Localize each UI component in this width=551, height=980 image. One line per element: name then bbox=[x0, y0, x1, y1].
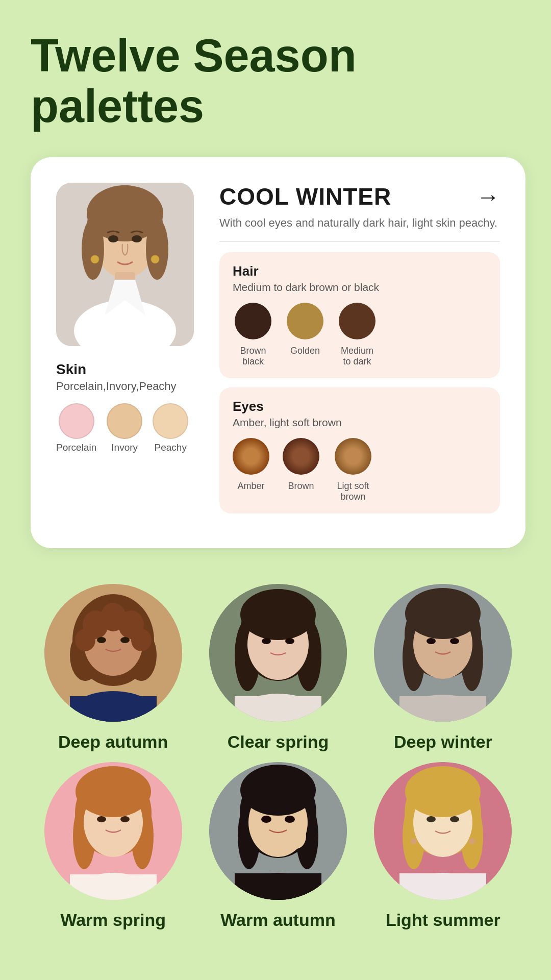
svg-point-72 bbox=[405, 766, 481, 817]
mediumdark-circle bbox=[339, 303, 375, 339]
golden-label: Golden bbox=[290, 346, 320, 356]
hair-subtitle: Medium to dark brown or black bbox=[233, 281, 487, 293]
divider bbox=[219, 241, 500, 242]
svg-point-52 bbox=[97, 816, 106, 822]
invory-swatch bbox=[107, 403, 142, 439]
svg-point-20 bbox=[75, 629, 95, 651]
peachy-label: Peachy bbox=[155, 442, 187, 453]
svg-point-8 bbox=[108, 235, 118, 242]
svg-point-43 bbox=[450, 638, 459, 644]
eyes-trait-box: Eyes Amber, light soft brown Amber Brown… bbox=[219, 387, 500, 513]
seasons-row-1: Deep autumn bbox=[31, 584, 525, 752]
hair-swatches: Brown black Golden Medium to dark bbox=[233, 303, 487, 367]
svg-point-33 bbox=[285, 638, 294, 644]
svg-point-21 bbox=[131, 629, 152, 651]
seasons-row-2: Warm spring bbox=[31, 762, 525, 930]
eyes-subtitle: Amber, light soft brown bbox=[233, 416, 487, 429]
peachy-swatch bbox=[153, 403, 188, 439]
lightsoftbrown-label: Ligt soft brown bbox=[333, 481, 373, 502]
amber-label: Amber bbox=[237, 481, 264, 492]
eye-swatch-amber: Amber bbox=[233, 438, 269, 492]
season-deep-autumn[interactable]: Deep autumn bbox=[37, 584, 190, 752]
golden-circle bbox=[287, 303, 323, 339]
brownblack-circle bbox=[235, 303, 271, 339]
svg-point-11 bbox=[151, 255, 159, 263]
svg-point-73 bbox=[427, 816, 436, 822]
svg-point-23 bbox=[120, 637, 130, 643]
eyes-swatches: Amber Brown Ligt soft brown bbox=[233, 438, 487, 502]
arrow-icon[interactable]: → bbox=[477, 183, 500, 210]
warm-autumn-avatar bbox=[209, 762, 347, 900]
season-header: COOL WINTER → bbox=[219, 183, 500, 210]
swatch-invory: Invory bbox=[107, 403, 142, 453]
season-desc: With cool eyes and naturally dark hair, … bbox=[219, 215, 500, 231]
svg-point-41 bbox=[405, 588, 481, 639]
svg-point-32 bbox=[262, 638, 271, 644]
hair-swatch-golden: Golden bbox=[287, 303, 323, 356]
svg-point-51 bbox=[76, 766, 151, 817]
svg-point-61 bbox=[240, 765, 316, 816]
swatch-peachy: Peachy bbox=[153, 403, 188, 453]
porcelain-swatch bbox=[59, 403, 94, 439]
season-warm-autumn[interactable]: Warm autumn bbox=[202, 762, 355, 930]
page-container: Twelve Season palettes bbox=[0, 0, 551, 971]
season-card: Skin Porcelain,Invory,Peachy Porcelain I… bbox=[31, 157, 525, 548]
hair-swatch-brownblack: Brown black bbox=[233, 303, 273, 367]
brownblack-label: Brown black bbox=[233, 346, 273, 367]
eyes-label: Eyes bbox=[233, 399, 487, 414]
svg-point-76 bbox=[469, 838, 475, 844]
svg-point-53 bbox=[120, 816, 130, 822]
deep-winter-label: Deep winter bbox=[394, 732, 492, 752]
svg-rect-35 bbox=[235, 696, 321, 722]
deep-autumn-label: Deep autumn bbox=[58, 732, 168, 752]
card-right: COOL WINTER → With cool eyes and natural… bbox=[219, 183, 500, 523]
season-name: COOL WINTER bbox=[219, 183, 391, 210]
svg-rect-25 bbox=[70, 696, 157, 722]
deep-autumn-avatar bbox=[44, 584, 182, 722]
svg-point-22 bbox=[97, 637, 106, 643]
warm-spring-avatar bbox=[44, 762, 182, 900]
svg-point-75 bbox=[411, 838, 417, 844]
svg-point-64 bbox=[286, 823, 306, 849]
clear-spring-avatar bbox=[209, 584, 347, 722]
warm-spring-label: Warm spring bbox=[60, 910, 166, 930]
card-left: Skin Porcelain,Invory,Peachy Porcelain I… bbox=[56, 183, 199, 523]
deep-winter-avatar bbox=[374, 584, 512, 722]
mediumdark-label: Medium to dark bbox=[337, 346, 378, 367]
brown-eye bbox=[283, 438, 319, 475]
light-summer-label: Light summer bbox=[386, 910, 500, 930]
eye-swatch-lightsoftbrown: Ligt soft brown bbox=[333, 438, 373, 502]
invory-label: Invory bbox=[111, 442, 138, 453]
season-warm-spring[interactable]: Warm spring bbox=[37, 762, 190, 930]
svg-point-4 bbox=[82, 218, 104, 280]
season-light-summer[interactable]: Light summer bbox=[366, 762, 519, 930]
amber-eye bbox=[233, 438, 269, 475]
brown-label: Brown bbox=[288, 481, 314, 492]
season-deep-winter[interactable]: Deep winter bbox=[366, 584, 519, 752]
svg-point-9 bbox=[132, 235, 142, 242]
page-title: Twelve Season palettes bbox=[31, 31, 525, 132]
hair-label: Hair bbox=[233, 263, 487, 279]
season-clear-spring[interactable]: Clear spring bbox=[202, 584, 355, 752]
light-summer-avatar bbox=[374, 762, 512, 900]
eye-swatch-brown: Brown bbox=[283, 438, 319, 492]
skin-types: Porcelain,Invory,Peachy bbox=[56, 380, 177, 393]
person-photo bbox=[56, 183, 194, 346]
skin-swatches: Porcelain Invory Peachy bbox=[56, 403, 188, 453]
warm-autumn-label: Warm autumn bbox=[220, 910, 335, 930]
clear-spring-label: Clear spring bbox=[228, 732, 329, 752]
svg-point-5 bbox=[146, 218, 168, 280]
svg-point-10 bbox=[91, 255, 99, 263]
swatch-porcelain: Porcelain bbox=[56, 403, 96, 453]
svg-point-62 bbox=[261, 816, 271, 823]
hair-trait-box: Hair Medium to dark brown or black Brown… bbox=[219, 252, 500, 378]
hair-swatch-mediumdark: Medium to dark bbox=[337, 303, 378, 367]
svg-point-42 bbox=[427, 638, 436, 644]
porcelain-label: Porcelain bbox=[56, 442, 96, 453]
svg-point-31 bbox=[240, 589, 316, 640]
svg-point-63 bbox=[285, 816, 295, 823]
skin-label: Skin bbox=[56, 361, 86, 378]
lightsoftbrown-eye bbox=[335, 438, 371, 475]
svg-point-74 bbox=[450, 816, 459, 822]
